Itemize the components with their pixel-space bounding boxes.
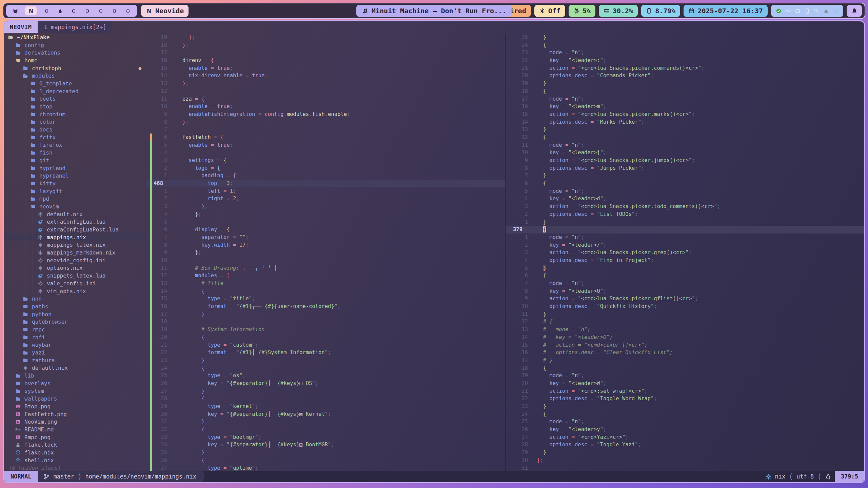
tree-item-neovide_config.ini[interactable]: neovide_config.ini: [4, 257, 146, 264]
tree-item-waybar[interactable]: waybar: [4, 341, 146, 349]
tree-item-zathura[interactable]: zathura: [4, 357, 146, 364]
code-line[interactable]: 5: [146, 218, 505, 226]
workspace-6-square-icon[interactable]: [83, 6, 91, 15]
code-line[interactable]: 19 mode = "n";: [506, 372, 864, 380]
code-line[interactable]: 13 # Title: [146, 280, 505, 287]
code-line[interactable]: 7 mode = "n";: [506, 280, 864, 287]
code-line[interactable]: 12: [146, 87, 505, 95]
tree-item-nnn[interactable]: nnn: [4, 295, 146, 303]
tree-item-Btop.png[interactable]: Btop.png: [4, 403, 146, 410]
code-line[interactable]: 8 key.width = 17;: [146, 241, 505, 249]
code-line[interactable]: 11 eza = {: [146, 95, 505, 103]
tree-item-home[interactable]: home: [4, 57, 146, 64]
tree-item-yazi[interactable]: yazi: [4, 349, 146, 357]
code-line[interactable]: 11 # Box Drawing: ╭ ─ ╮ ╰ ╯ │: [146, 264, 505, 272]
tree-item-flake.nix[interactable]: flake.nix: [4, 449, 146, 456]
code-line[interactable]: 4 };: [146, 210, 505, 218]
code-line[interactable]: 15 enable = true;: [146, 64, 505, 72]
code-line[interactable]: 29 type = "kernel";: [146, 403, 505, 410]
code-line-current[interactable]: 468 top = 3;: [146, 180, 505, 187]
code-line[interactable]: 20 key = "<leader>W";: [506, 380, 864, 387]
code-line[interactable]: 20 options.desc = "Commands Picker";: [506, 72, 864, 80]
code-line[interactable]: 24 {: [506, 41, 864, 49]
code-line[interactable]: 19 }: [506, 80, 864, 87]
tree-item-default.nix[interactable]: default.nix: [4, 364, 146, 372]
tree-item-lazygit[interactable]: lazygit: [4, 187, 146, 195]
tray-check-circle-icon[interactable]: [776, 8, 782, 14]
disk-module[interactable]: 8.79%: [641, 5, 680, 17]
code-line[interactable]: 18 {: [506, 87, 864, 95]
code-line[interactable]: 26 key = "{#separator}│ {#keys}▢ OS";: [146, 380, 505, 387]
code-line[interactable]: 3 settings = {: [146, 157, 505, 164]
tree-item-hyprland[interactable]: hyprland: [4, 164, 146, 172]
code-line[interactable]: 18 {: [506, 364, 864, 372]
code-line[interactable]: 10 key = "<leader>j";: [506, 149, 864, 157]
media-player-module[interactable]: Minuit Machine – Don't Run Fro...: [356, 5, 512, 17]
git-branch-name[interactable]: master: [53, 473, 74, 480]
tree-item-mappings_markdown.nix[interactable]: mappings_markdown.nix: [4, 249, 146, 257]
code-line[interactable]: 21 action = "<cmd>lua Snacks.picker.comm…: [506, 64, 864, 72]
code-line[interactable]: 4 options.desc = "Find in Project";: [506, 257, 864, 264]
code-line[interactable]: 25 type = "os";: [146, 372, 505, 380]
tray-phone-icon[interactable]: [804, 8, 810, 14]
tree-item-0_template[interactable]: 0_template: [4, 80, 146, 87]
code-line[interactable]: 10 enable = true;: [146, 103, 505, 110]
code-line[interactable]: 15 action = "<cmd>lua Snacks.picker.mark…: [506, 110, 864, 118]
tree-item-overlays[interactable]: overlays: [4, 380, 146, 387]
code-line[interactable]: 8 options.desc = "Jumps Picker";: [506, 164, 864, 172]
tree-item-rofi[interactable]: rofi: [4, 333, 146, 341]
tree-item-FastFetch.png[interactable]: FastFetch.png: [4, 410, 146, 418]
code-line[interactable]: 17: [146, 49, 505, 57]
code-line[interactable]: 1 mode = "n";: [506, 233, 864, 241]
code-line[interactable]: 18: [146, 318, 505, 326]
code-line[interactable]: 17 }: [146, 310, 505, 318]
code-line[interactable]: 34 key = "{#separator}│ {#keys}▤ BootMGR…: [146, 441, 505, 449]
active-window-module[interactable]: N Neovide: [141, 5, 189, 17]
code-line[interactable]: 16 format = "{#1}╭── {#}{user-name-color…: [146, 303, 505, 310]
code-line[interactable]: 3 action = "<cmd>lua Snacks.picker.todo_…: [506, 203, 864, 210]
tree-item-Rmpc.png[interactable]: Rmpc.png: [4, 433, 146, 441]
tree-item-kitty[interactable]: kitty: [4, 180, 146, 187]
code-line[interactable]: 13 }: [506, 126, 864, 134]
tree-item-rmpc[interactable]: rmpc: [4, 326, 146, 333]
code-line[interactable]: 2 right = 2;: [146, 195, 505, 203]
code-line[interactable]: 11 mode = "n";: [506, 141, 864, 149]
code-line[interactable]: 9 action = "<cmd>lua Snacks.picker.qflis…: [506, 295, 864, 303]
code-line[interactable]: 21 type = "custom";: [146, 341, 505, 349]
tree-item-mpd[interactable]: mpd: [4, 195, 146, 203]
tree-item-vale_config.ini[interactable]: vale_config.ini: [4, 280, 146, 287]
tray-shield-icon[interactable]: [823, 8, 829, 14]
code-line[interactable]: 14 # key = "<leader>Q";: [506, 333, 864, 341]
clock-module[interactable]: 2025-07-22 16:37: [684, 5, 768, 17]
code-line[interactable]: 23 }: [506, 403, 864, 410]
bluetooth-module[interactable]: Off: [534, 5, 565, 17]
code-line[interactable]: 2 logo = {: [146, 164, 505, 172]
code-line[interactable]: 31: [506, 464, 864, 471]
notification-bell-module[interactable]: [847, 5, 862, 17]
code-line[interactable]: 16 key = "<leader>m";: [506, 103, 864, 110]
code-line[interactable]: 16 # options.desc = "Clear Quickfix List…: [506, 349, 864, 357]
code-line[interactable]: 1 left = 1;: [146, 187, 505, 195]
code-line[interactable]: 23 }: [146, 357, 505, 364]
tree-item-christoph[interactable]: christoph●: [4, 64, 146, 72]
tree-item-default.nix[interactable]: default.nix: [4, 210, 146, 218]
tree-item-extraConfigLuaPost.lua[interactable]: extraConfigLuaPost.lua: [4, 226, 146, 233]
code-line[interactable]: 22 options.desc = "Toggle Word Wrap";: [506, 395, 864, 403]
code-line[interactable]: 1 }: [506, 218, 864, 226]
tree-item-chromium[interactable]: chromium: [4, 110, 146, 118]
code-line[interactable]: 25 mode = "n";: [506, 418, 864, 426]
workspace-3-square-icon[interactable]: [43, 6, 50, 15]
tree-item-config[interactable]: config: [4, 41, 146, 49]
code-line[interactable]: 6 {: [506, 272, 864, 280]
code-line[interactable]: 14 {: [146, 287, 505, 295]
tree-item-mappings.nix[interactable]: mappings.nix: [4, 233, 146, 241]
tree-item-color[interactable]: color: [4, 118, 146, 126]
code-line[interactable]: 2 options.desc = "List TODOs";: [506, 210, 864, 218]
code-line[interactable]: 9 enableFishIntegration = config.modules…: [146, 110, 505, 118]
code-line[interactable]: 5 enable = true;: [146, 141, 505, 149]
code-line[interactable]: 8 };: [146, 118, 505, 126]
code-line[interactable]: 28 options.desc = "Toggle Yazi";: [506, 441, 864, 449]
code-line[interactable]: 18 };: [146, 41, 505, 49]
code-line[interactable]: 6 display = {: [146, 226, 505, 233]
code-line[interactable]: 22 key = "<leader>:";: [506, 57, 864, 64]
